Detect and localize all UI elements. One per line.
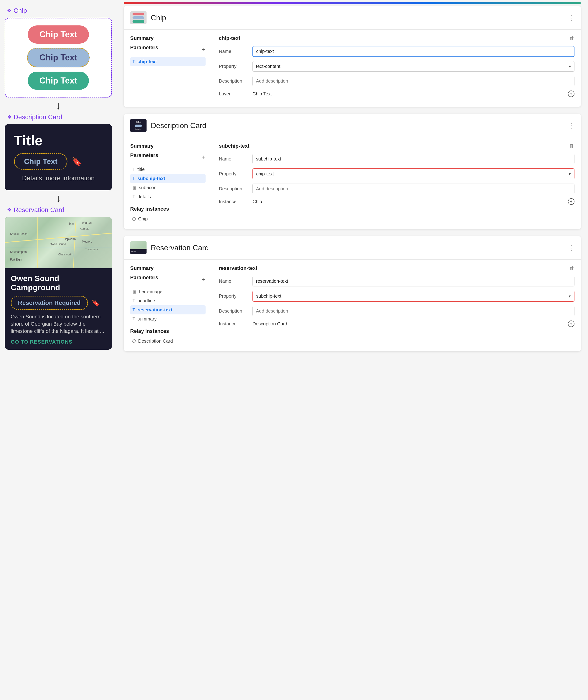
res-panel-header: Owen... Reservation Card ⋮	[124, 236, 581, 260]
res-param-summary[interactable]: T summary	[130, 314, 205, 324]
res-bookmark-icon: 🔖	[92, 299, 100, 307]
desc-delete-icon[interactable]: 🗑	[569, 143, 574, 149]
chip-layer-label: Layer	[219, 91, 249, 97]
desc-property-field-row: Property chip-text ▾	[219, 168, 574, 179]
desc-panel: Title Details... Description Card ⋮ Summ…	[124, 114, 581, 229]
res-card-component: Mar Wiarton Kemble Sauble Beach Hepworth…	[5, 217, 112, 350]
desc-instance-navigate-icon[interactable]: ✛	[568, 198, 574, 205]
thumb-chip-blue	[132, 16, 144, 19]
res-relay-label: Relay instances	[130, 328, 205, 334]
res-description-input[interactable]	[252, 306, 574, 316]
res-name-label: Name	[219, 279, 249, 284]
res-name-input[interactable]	[252, 276, 574, 286]
chip-panel-header-left: Chip	[130, 11, 166, 24]
desc-card-details: Details, more information	[14, 174, 103, 182]
chip-right-title: chip-text	[219, 35, 240, 41]
res-description-field-row: Description	[219, 306, 574, 316]
desc-panel-thumbnail: Title Details...	[130, 119, 146, 132]
res-instance-navigate-icon[interactable]: ✛	[568, 320, 574, 327]
res-summary-label: Summary	[130, 265, 205, 271]
desc-panel-header: Title Details... Description Card ⋮	[124, 114, 581, 137]
res-card-link[interactable]: GO TO RESERVATIONS	[11, 339, 106, 345]
chip-delete-icon[interactable]: 🗑	[569, 35, 574, 41]
thumb-res-text: Owen...	[131, 251, 138, 253]
map-label-fortelgin: Fort Elgin	[10, 258, 22, 261]
desc-instance-field-row: Instance Chip ✛	[219, 198, 574, 205]
res-panel-menu-icon[interactable]: ⋮	[568, 244, 574, 252]
map-label-wiarton: Wiarton	[82, 221, 91, 224]
res-params-row: Parameters +	[130, 275, 205, 284]
res-card-body: Owen Sound Campground Reservation Requir…	[5, 268, 112, 350]
desc-add-icon[interactable]: +	[202, 153, 205, 161]
desc-chip-pill: Chip Text	[14, 153, 67, 170]
desc-description-input[interactable]	[252, 184, 574, 194]
desc-params-label: Parameters	[130, 152, 158, 158]
res-section-title: ❖ Reservation Card	[7, 206, 64, 214]
chip-name-input[interactable]	[252, 46, 574, 57]
chip-property-select[interactable]: text-content ▾	[252, 61, 574, 72]
chip-param-chip-text[interactable]: T chip-text	[130, 57, 205, 66]
desc-param-details[interactable]: T details	[130, 192, 205, 201]
desc-param-subicon[interactable]: ▣ sub-icon	[130, 183, 205, 192]
chip-add-icon[interactable]: +	[202, 46, 205, 53]
map-label-hepworth: Hepworth	[64, 237, 76, 241]
thumb-desc-row	[135, 125, 142, 127]
res-param-restext[interactable]: T reservation-text	[130, 305, 205, 314]
desc-param-title-name: title	[137, 167, 145, 172]
chip-params-label: Parameters	[130, 45, 158, 51]
chip-property-value: text-content	[256, 64, 280, 69]
res-params-label: Parameters	[130, 275, 158, 281]
desc-param-title-icon: T	[132, 167, 135, 172]
desc-instance-label: Instance	[219, 199, 249, 204]
res-right-title-row: reservation-text 🗑	[219, 265, 574, 271]
desc-param-title[interactable]: T title	[130, 165, 205, 174]
desc-right-title: subchip-text	[219, 143, 249, 149]
res-diamond-icon: ❖	[7, 207, 12, 213]
chip-description-input[interactable]	[252, 76, 574, 86]
thumb-res-body: Owen...	[130, 249, 146, 254]
map-label-meaford: Meaford	[82, 240, 92, 243]
res-map-bg: Mar Wiarton Kemble Sauble Beach Hepworth…	[5, 217, 112, 268]
chip-layer-field-row: Layer Chip Text ✛	[219, 91, 574, 97]
chip-description-label: Description	[219, 78, 249, 84]
map-label-mar: Mar	[69, 222, 74, 225]
desc-name-field-row: Name	[219, 154, 574, 164]
chip-layer-navigate-icon[interactable]: ✛	[568, 91, 574, 97]
res-property-select[interactable]: subchip-text ▾	[252, 291, 574, 302]
res-panel-title: Reservation Card	[151, 244, 209, 252]
desc-section-title: ❖ Description Card	[7, 113, 62, 121]
res-chip-pill: Reservation Required	[11, 296, 88, 310]
res-panel-left: Summary Parameters + ▣ hero-image T head…	[124, 260, 212, 351]
res-param-headline-icon: T	[132, 298, 135, 303]
chip-diamond-icon: ❖	[7, 8, 12, 14]
res-param-hero[interactable]: ▣ hero-image	[130, 287, 205, 296]
chip-panel-menu-icon[interactable]: ⋮	[568, 14, 574, 22]
left-column: ❖ Chip Chip Text Chip Text Chip Text ↓ ❖…	[0, 0, 117, 700]
res-relay-desc-name: Description Card	[138, 338, 173, 344]
thumb-desc-chip	[135, 125, 142, 127]
desc-card-title: Title	[14, 132, 103, 149]
chip-right-title-row: chip-text 🗑	[219, 35, 574, 41]
desc-property-select[interactable]: chip-text ▾	[252, 168, 574, 179]
desc-param-subicon-name: sub-icon	[139, 185, 156, 190]
desc-param-details-icon: T	[132, 194, 135, 199]
desc-panel-left: Summary Parameters + T title T subchip-t…	[124, 137, 212, 229]
res-name-field-row: Name	[219, 276, 574, 286]
desc-description-field-row: Description	[219, 184, 574, 194]
chip-panel-thumbnail	[130, 11, 146, 24]
res-add-icon[interactable]: +	[202, 276, 205, 283]
desc-panel-menu-icon[interactable]: ⋮	[568, 122, 574, 129]
desc-right-title-row: subchip-text 🗑	[219, 143, 574, 149]
thumb-res-map	[130, 241, 146, 248]
res-instance-field-row: Instance Description Card ✛	[219, 320, 574, 327]
right-column: Chip ⋮ Summary Parameters + T chip-text …	[117, 0, 588, 700]
res-panel-body: Summary Parameters + ▣ hero-image T head…	[124, 260, 581, 351]
desc-instance-value: Chip	[252, 199, 565, 204]
res-delete-icon[interactable]: 🗑	[569, 265, 574, 271]
desc-relay-label: Relay instances	[130, 206, 205, 212]
res-param-headline[interactable]: T headline	[130, 296, 205, 305]
desc-param-subicon-icon: ▣	[132, 185, 136, 190]
chip-layer-value: Chip Text	[252, 91, 565, 97]
desc-name-input[interactable]	[252, 154, 574, 164]
desc-param-subchip[interactable]: T subchip-text	[130, 174, 205, 183]
